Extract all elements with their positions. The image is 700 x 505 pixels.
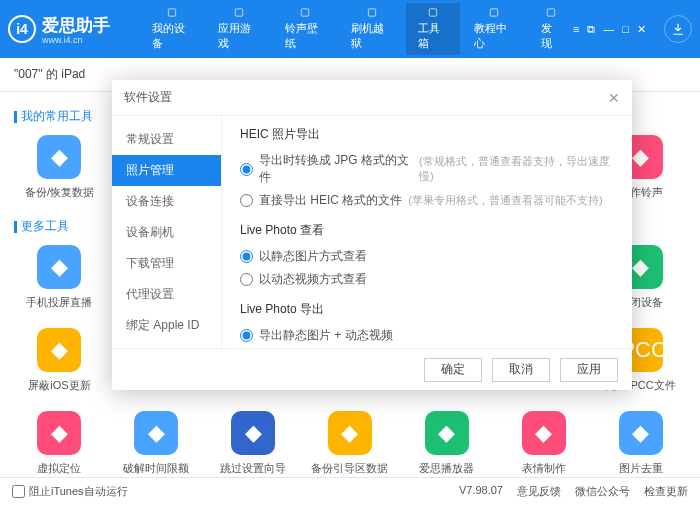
svg-rect-4 [429, 9, 436, 16]
dialog-sidebar: 常规设置照片管理设备连接设备刷机下载管理代理设置绑定 Apple ID [112, 116, 222, 348]
dialog-content: HEIC 照片导出 导出时转换成 JPG 格式的文件(常规格式，普通查看器支持，… [222, 116, 632, 348]
topnav-item[interactable]: 发现 [529, 3, 573, 55]
topnav-item[interactable]: 铃声壁纸 [273, 3, 337, 55]
topnav-item[interactable]: 刷机越狱 [339, 3, 403, 55]
device-name: "007" 的 iPad [14, 66, 85, 83]
svg-rect-6 [547, 9, 554, 16]
ok-button[interactable]: 确定 [424, 358, 482, 382]
lpview-opt-video[interactable]: 以动态视频方式查看 [240, 268, 614, 291]
tool-tile[interactable]: ◆备份/恢复数据 [14, 135, 105, 200]
tool-tile[interactable]: ◆表情制作 [498, 411, 589, 476]
block-itunes-checkbox[interactable]: 阻止iTunes自动运行 [12, 484, 128, 499]
check-update-link[interactable]: 检查更新 [644, 484, 688, 499]
heic-export-title: HEIC 照片导出 [240, 126, 614, 143]
dialog-close-icon[interactable]: ✕ [608, 90, 620, 106]
settings-category[interactable]: 设备刷机 [112, 217, 221, 248]
maximize-icon[interactable]: □ [622, 23, 629, 35]
svg-rect-3 [368, 9, 375, 16]
svg-rect-5 [491, 9, 498, 16]
dialog-footer: 确定 取消 应用 [112, 348, 632, 390]
svg-rect-0 [169, 9, 176, 16]
download-icon[interactable] [664, 15, 692, 43]
brand-name: 爱思助手 [42, 16, 110, 35]
topnav-item[interactable]: 工具箱 [406, 3, 460, 55]
settings-icon[interactable]: ⧉ [587, 23, 595, 36]
tool-tile[interactable]: ◆爱思播放器 [401, 411, 492, 476]
minimize-icon[interactable]: — [603, 23, 614, 35]
app-logo: i4 爱思助手 www.i4.cn [8, 14, 110, 45]
tool-tile[interactable]: ◆图片去重 [595, 411, 686, 476]
topnav-item[interactable]: 应用游戏 [206, 3, 270, 55]
svg-rect-2 [302, 9, 309, 16]
tool-tile[interactable]: ◆跳过设置向导 [208, 411, 299, 476]
dialog-header: 软件设置 ✕ [112, 80, 632, 116]
menu-icon[interactable]: ≡ [573, 23, 579, 35]
dialog-title: 软件设置 [124, 89, 172, 106]
heic-opt-jpg[interactable]: 导出时转换成 JPG 格式的文件(常规格式，普通查看器支持，导出速度慢) [240, 149, 614, 189]
livephoto-view-title: Live Photo 查看 [240, 222, 614, 239]
lpview-opt-static[interactable]: 以静态图片方式查看 [240, 245, 614, 268]
wechat-link[interactable]: 微信公众号 [575, 484, 630, 499]
topnav-item[interactable]: 教程中心 [462, 3, 526, 55]
top-nav: 我的设备应用游戏铃声壁纸刷机越狱工具箱教程中心发现 [140, 3, 573, 55]
close-icon[interactable]: ✕ [637, 23, 646, 36]
tool-tile[interactable]: ◆破解时间限额 [111, 411, 202, 476]
top-toolbar: i4 爱思助手 www.i4.cn 我的设备应用游戏铃声壁纸刷机越狱工具箱教程中… [0, 0, 700, 58]
settings-category[interactable]: 照片管理 [112, 155, 221, 186]
settings-category[interactable]: 设备连接 [112, 186, 221, 217]
apply-button[interactable]: 应用 [560, 358, 618, 382]
tool-tile[interactable]: ◆备份引导区数据 [305, 411, 396, 476]
livephoto-export-title: Live Photo 导出 [240, 301, 614, 318]
settings-category[interactable]: 常规设置 [112, 124, 221, 155]
logo-icon: i4 [8, 15, 36, 43]
cancel-button[interactable]: 取消 [492, 358, 550, 382]
feedback-link[interactable]: 意见反馈 [517, 484, 561, 499]
svg-rect-1 [235, 9, 242, 16]
version-label: V7.98.07 [459, 484, 503, 499]
settings-category[interactable]: 绑定 Apple ID [112, 310, 221, 341]
settings-dialog: 软件设置 ✕ 常规设置照片管理设备连接设备刷机下载管理代理设置绑定 Apple … [112, 80, 632, 390]
tool-tile[interactable]: ◆虚拟定位 [14, 411, 105, 476]
tool-tile[interactable]: ◆手机投屏直播 [14, 245, 105, 310]
window-controls: ≡ ⧉ — □ ✕ [573, 15, 692, 43]
tool-tile[interactable]: ◆屏蔽iOS更新 [14, 328, 105, 393]
settings-category[interactable]: 下载管理 [112, 248, 221, 279]
lpexp-opt-both[interactable]: 导出静态图片 + 动态视频 [240, 324, 614, 347]
brand-url: www.i4.cn [42, 35, 110, 45]
status-bar: 阻止iTunes自动运行 V7.98.07 意见反馈 微信公众号 检查更新 [0, 477, 700, 505]
topnav-item[interactable]: 我的设备 [140, 3, 204, 55]
settings-category[interactable]: 代理设置 [112, 279, 221, 310]
heic-opt-raw[interactable]: 直接导出 HEIC 格式的文件(苹果专用格式，普通查看器可能不支持) [240, 189, 614, 212]
